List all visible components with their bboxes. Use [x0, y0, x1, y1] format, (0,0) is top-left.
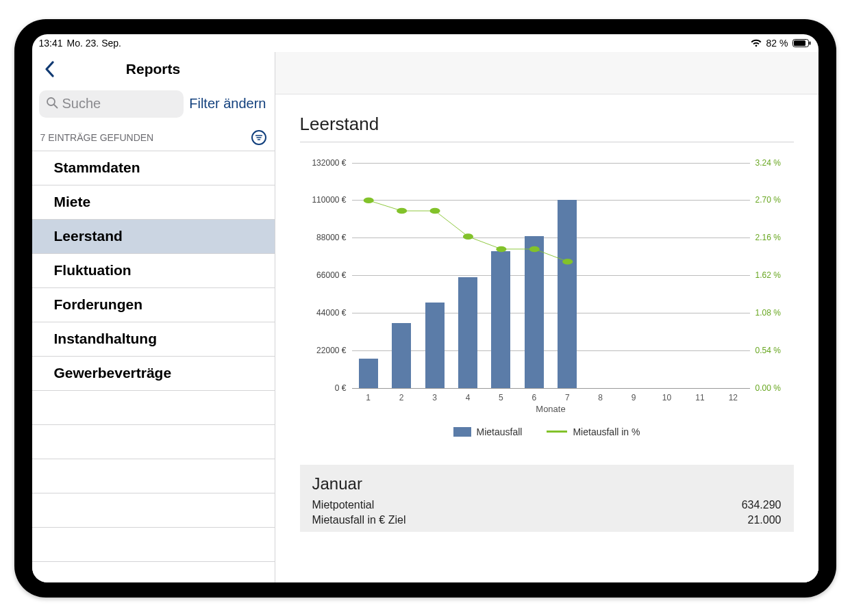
sidebar: Reports Filter ändern 7 EINTRÄGE GEFUNDE… — [32, 52, 275, 582]
x-tick: 8 — [584, 393, 616, 402]
detail-row: Mietpotential634.290 — [312, 498, 782, 513]
x-axis-title: Monate — [352, 404, 750, 414]
list-item[interactable]: Instandhaltung — [32, 322, 275, 357]
sidebar-title: Reports — [32, 61, 275, 77]
bar — [425, 303, 445, 388]
list-item[interactable]: Fluktuation — [32, 254, 275, 288]
status-bar: 13:41 Mo. 23. Sep. 82 % — [32, 34, 818, 52]
y-right-tick: 2.70 % — [755, 195, 781, 205]
bar — [392, 323, 411, 388]
back-button[interactable] — [38, 57, 62, 81]
list-item[interactable]: Forderungen — [32, 288, 275, 322]
search-input-wrap[interactable] — [39, 90, 184, 118]
bar — [458, 277, 477, 388]
y-left-tick: 66000 € — [316, 270, 346, 280]
tablet-frame: 13:41 Mo. 23. Sep. 82 % Reports — [14, 19, 836, 598]
svg-rect-1 — [794, 40, 805, 46]
search-input[interactable] — [62, 96, 177, 112]
battery-icon — [792, 38, 812, 48]
search-icon — [46, 97, 58, 112]
list-empty-row — [32, 528, 275, 562]
screen: 13:41 Mo. 23. Sep. 82 % Reports — [32, 34, 818, 582]
y-right-tick: 2.16 % — [755, 233, 781, 242]
report-list: StammdatenMieteLeerstandFluktuationForde… — [32, 151, 275, 582]
result-count-label: 7 EINTRÄGE GEFUNDEN — [40, 132, 154, 143]
y-left-tick: 88000 € — [316, 233, 346, 242]
x-tick: 1 — [352, 393, 385, 402]
x-tick: 10 — [650, 393, 683, 402]
y-right-tick: 1.08 % — [755, 308, 781, 318]
svg-line-4 — [54, 105, 58, 108]
legend-line-label: Mietausfall in % — [573, 426, 640, 437]
legend-bar-label: Mietausfall — [477, 426, 523, 437]
x-tick: 2 — [385, 393, 418, 402]
legend-line: Mietausfall in % — [547, 426, 640, 437]
status-time: 13:41 — [39, 38, 63, 49]
list-item[interactable]: Miete — [32, 185, 275, 220]
list-empty-row — [32, 459, 275, 493]
report-title: Leerstand — [300, 114, 794, 142]
x-tick: 9 — [617, 393, 650, 402]
x-tick: 6 — [518, 393, 551, 402]
detail-card: Januar Mietpotential634.290Mietausfall i… — [300, 465, 794, 532]
y-right-tick: 1.62 % — [755, 270, 781, 280]
bar — [359, 359, 378, 387]
x-tick: 4 — [451, 393, 484, 402]
bar — [525, 236, 544, 388]
wifi-icon — [750, 38, 762, 48]
y-left-tick: 0 € — [335, 383, 347, 393]
status-date: Mo. 23. Sep. — [67, 38, 121, 49]
list-item[interactable]: Gewerbeverträge — [32, 357, 275, 391]
chart-legend: Mietausfall Mietausfall in % — [300, 426, 794, 437]
x-tick: 7 — [551, 393, 584, 402]
list-empty-row — [32, 493, 275, 528]
detail-row: Mietausfall in € Ziel21.000 — [312, 513, 782, 528]
list-empty-row — [32, 391, 275, 425]
svg-rect-2 — [809, 41, 810, 44]
main-pane: Leerstand 0 €0.00 %22000 €0.54 %44000 €1… — [275, 52, 818, 582]
main-content[interactable]: Leerstand 0 €0.00 %22000 €0.54 %44000 €1… — [275, 94, 818, 582]
list-item[interactable]: Stammdaten — [32, 151, 275, 185]
chart: 0 €0.00 %22000 €0.54 %44000 €1.08 %66000… — [300, 163, 794, 414]
filter-icon-button[interactable] — [251, 130, 266, 145]
y-left-tick: 22000 € — [316, 346, 346, 355]
x-tick: 3 — [418, 393, 451, 402]
main-toolbar-area — [275, 52, 818, 94]
y-left-tick: 132000 € — [312, 158, 346, 168]
legend-bar: Mietausfall — [453, 426, 523, 437]
legend-bar-swatch — [453, 427, 471, 437]
detail-title: Januar — [312, 474, 782, 493]
bar — [558, 200, 577, 387]
y-left-tick: 44000 € — [316, 308, 346, 318]
y-right-tick: 3.24 % — [755, 158, 781, 168]
x-tick: 11 — [684, 393, 716, 402]
bar — [491, 251, 510, 387]
y-right-tick: 0.54 % — [755, 346, 781, 355]
legend-line-swatch — [547, 431, 567, 433]
list-empty-row — [32, 425, 275, 459]
x-tick: 12 — [716, 393, 749, 402]
svg-point-3 — [47, 98, 55, 105]
x-tick: 5 — [484, 393, 517, 402]
y-right-tick: 0.00 % — [755, 383, 781, 393]
change-filter-button[interactable]: Filter ändern — [189, 96, 267, 112]
status-battery: 82 % — [766, 38, 788, 49]
y-left-tick: 110000 € — [312, 195, 346, 205]
list-item[interactable]: Leerstand — [32, 220, 275, 254]
